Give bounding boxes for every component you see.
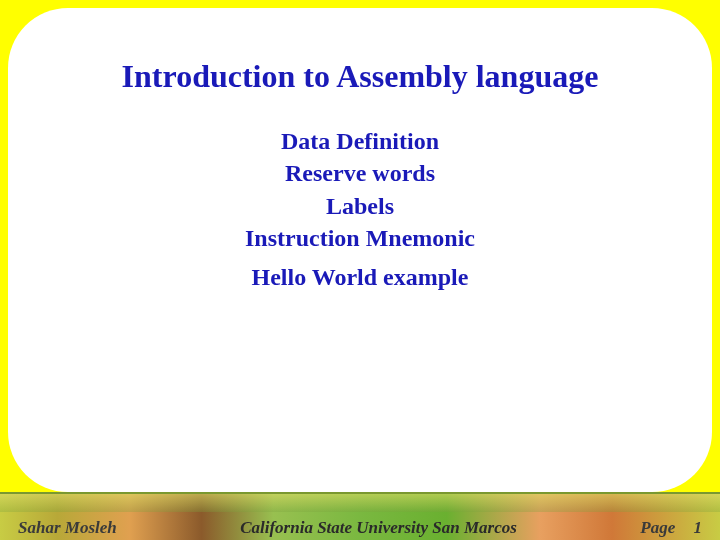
topic-item: Hello World example [48,261,672,293]
slide-title: Introduction to Assembly language [48,58,672,95]
topic-item: Reserve words [48,157,672,189]
page-number: 1 [694,518,703,537]
topic-item: Labels [48,190,672,222]
slide-footer: Sahar Mosleh California State University… [0,492,720,540]
topic-item: Instruction Mnemonic [48,222,672,254]
topics-list: Data Definition Reserve words Labels Ins… [48,125,672,293]
footer-author: Sahar Mosleh [18,518,117,538]
topic-item: Data Definition [48,125,672,157]
footer-gradient-overlay [0,494,720,512]
footer-page: Page 1 [640,518,702,538]
page-label: Page [640,518,675,537]
footer-institution: California State University San Marcos [117,518,641,538]
slide-frame: Introduction to Assembly language Data D… [8,8,712,492]
